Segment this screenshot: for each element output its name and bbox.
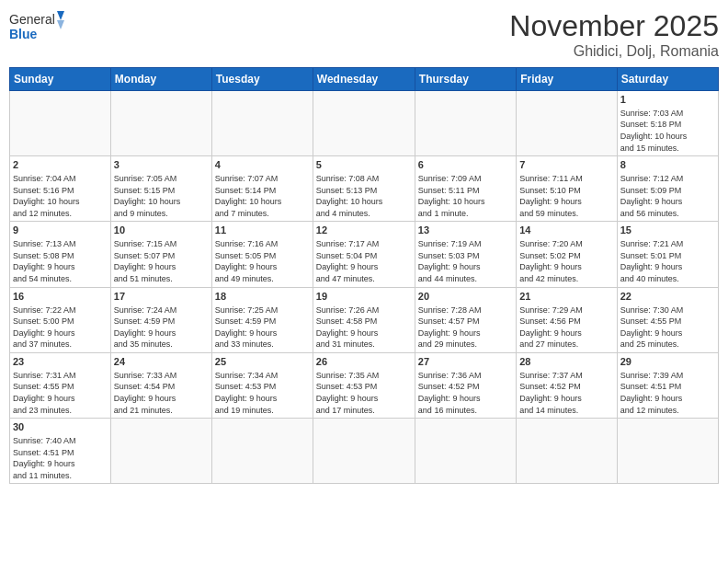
table-row: 24Sunrise: 7:33 AM Sunset: 4:54 PM Dayli… [110,352,211,418]
calendar-week-row: 23Sunrise: 7:31 AM Sunset: 4:55 PM Dayli… [10,352,719,418]
table-row: 13Sunrise: 7:19 AM Sunset: 5:03 PM Dayli… [415,222,516,287]
day-number: 16 [13,290,108,304]
day-info: Sunrise: 7:17 AM Sunset: 5:04 PM Dayligh… [316,238,412,284]
month-title: November 2025 [509,9,719,43]
day-number: 4 [215,158,310,172]
day-info: Sunrise: 7:20 AM Sunset: 5:02 PM Dayligh… [519,238,613,284]
table-row [211,91,313,156]
page-header: General Blue November 2025 Ghidici, Dolj… [9,9,719,60]
day-info: Sunrise: 7:11 AM Sunset: 5:10 PM Dayligh… [519,173,613,219]
day-number: 17 [114,290,209,304]
table-row: 1Sunrise: 7:03 AM Sunset: 5:18 PM Daylig… [617,91,718,156]
day-number: 27 [418,355,513,369]
day-info: Sunrise: 7:22 AM Sunset: 5:00 PM Dayligh… [13,304,108,350]
day-number: 11 [215,224,310,237]
table-row: 4Sunrise: 7:07 AM Sunset: 5:14 PM Daylig… [211,156,313,222]
day-number: 18 [215,290,310,304]
day-number: 12 [316,224,412,237]
title-block: November 2025 Ghidici, Dolj, Romania [509,9,719,60]
day-info: Sunrise: 7:26 AM Sunset: 4:58 PM Dayligh… [316,304,412,350]
svg-text:General: General [9,12,55,27]
day-number: 20 [418,290,513,304]
day-number: 6 [418,158,513,172]
table-row: 19Sunrise: 7:26 AM Sunset: 4:58 PM Dayli… [313,287,415,352]
table-row: 16Sunrise: 7:22 AM Sunset: 5:00 PM Dayli… [10,287,111,352]
day-info: Sunrise: 7:36 AM Sunset: 4:52 PM Dayligh… [418,370,513,416]
table-row: 22Sunrise: 7:30 AM Sunset: 4:55 PM Dayli… [617,287,718,352]
table-row: 26Sunrise: 7:35 AM Sunset: 4:53 PM Dayli… [313,352,415,418]
table-row: 29Sunrise: 7:39 AM Sunset: 4:51 PM Dayli… [617,352,718,418]
header-tuesday: Tuesday [211,68,313,91]
day-number: 14 [519,224,613,237]
header-saturday: Saturday [617,68,718,91]
calendar-week-row: 2Sunrise: 7:04 AM Sunset: 5:16 PM Daylig… [10,156,719,222]
day-info: Sunrise: 7:12 AM Sunset: 5:09 PM Dayligh… [620,173,715,219]
day-info: Sunrise: 7:31 AM Sunset: 4:55 PM Dayligh… [13,370,108,416]
day-number: 1 [620,93,715,107]
table-row: 18Sunrise: 7:25 AM Sunset: 4:59 PM Dayli… [211,287,313,352]
day-info: Sunrise: 7:34 AM Sunset: 4:53 PM Dayligh… [215,370,310,416]
table-row: 6Sunrise: 7:09 AM Sunset: 5:11 PM Daylig… [415,156,516,222]
day-info: Sunrise: 7:15 AM Sunset: 5:07 PM Dayligh… [114,238,209,284]
day-info: Sunrise: 7:07 AM Sunset: 5:14 PM Dayligh… [215,173,310,219]
table-row [10,91,111,156]
day-number: 29 [620,355,715,369]
day-info: Sunrise: 7:39 AM Sunset: 4:51 PM Dayligh… [620,370,715,416]
day-number: 22 [620,290,715,304]
day-info: Sunrise: 7:03 AM Sunset: 5:18 PM Dayligh… [620,108,715,154]
header-sunday: Sunday [10,68,111,91]
day-number: 5 [316,158,412,172]
calendar: Sunday Monday Tuesday Wednesday Thursday… [9,67,719,484]
day-info: Sunrise: 7:09 AM Sunset: 5:11 PM Dayligh… [418,173,513,219]
day-number: 25 [215,355,310,369]
day-number: 10 [114,224,209,237]
table-row: 10Sunrise: 7:15 AM Sunset: 5:07 PM Dayli… [110,222,211,287]
day-info: Sunrise: 7:05 AM Sunset: 5:15 PM Dayligh… [114,173,209,219]
day-number: 2 [13,158,108,172]
table-row [313,91,415,156]
day-info: Sunrise: 7:04 AM Sunset: 5:16 PM Dayligh… [13,173,108,219]
table-row [415,419,516,484]
day-info: Sunrise: 7:08 AM Sunset: 5:13 PM Dayligh… [316,173,412,219]
day-info: Sunrise: 7:24 AM Sunset: 4:59 PM Dayligh… [114,304,209,350]
table-row: 23Sunrise: 7:31 AM Sunset: 4:55 PM Dayli… [10,352,111,418]
table-row: 15Sunrise: 7:21 AM Sunset: 5:01 PM Dayli… [617,222,718,287]
day-number: 13 [418,224,513,237]
logo: General Blue [9,9,64,44]
day-info: Sunrise: 7:30 AM Sunset: 4:55 PM Dayligh… [620,304,715,350]
svg-marker-3 [57,20,64,29]
table-row: 25Sunrise: 7:34 AM Sunset: 4:53 PM Dayli… [211,352,313,418]
table-row [313,419,415,484]
svg-text:Blue: Blue [9,27,38,41]
table-row: 7Sunrise: 7:11 AM Sunset: 5:10 PM Daylig… [517,156,617,222]
table-row: 21Sunrise: 7:29 AM Sunset: 4:56 PM Dayli… [517,287,617,352]
day-number: 24 [114,355,209,369]
day-number: 21 [519,290,613,304]
day-number: 30 [13,420,108,434]
day-info: Sunrise: 7:25 AM Sunset: 4:59 PM Dayligh… [215,304,310,350]
day-number: 15 [620,224,715,237]
table-row: 11Sunrise: 7:16 AM Sunset: 5:05 PM Dayli… [211,222,313,287]
header-wednesday: Wednesday [313,68,415,91]
table-row: 20Sunrise: 7:28 AM Sunset: 4:57 PM Dayli… [415,287,516,352]
calendar-week-row: 30Sunrise: 7:40 AM Sunset: 4:51 PM Dayli… [10,419,719,484]
day-info: Sunrise: 7:21 AM Sunset: 5:01 PM Dayligh… [620,238,715,284]
logo-svg: General Blue [9,9,64,44]
day-info: Sunrise: 7:19 AM Sunset: 5:03 PM Dayligh… [418,238,513,284]
day-number: 28 [519,355,613,369]
day-info: Sunrise: 7:13 AM Sunset: 5:08 PM Dayligh… [13,238,108,284]
day-number: 19 [316,290,412,304]
day-info: Sunrise: 7:29 AM Sunset: 4:56 PM Dayligh… [519,304,613,350]
calendar-week-row: 9Sunrise: 7:13 AM Sunset: 5:08 PM Daylig… [10,222,719,287]
table-row: 28Sunrise: 7:37 AM Sunset: 4:52 PM Dayli… [517,352,617,418]
day-info: Sunrise: 7:16 AM Sunset: 5:05 PM Dayligh… [215,238,310,284]
table-row: 12Sunrise: 7:17 AM Sunset: 5:04 PM Dayli… [313,222,415,287]
day-number: 3 [114,158,209,172]
svg-marker-2 [57,11,64,20]
calendar-week-row: 16Sunrise: 7:22 AM Sunset: 5:00 PM Dayli… [10,287,719,352]
day-info: Sunrise: 7:37 AM Sunset: 4:52 PM Dayligh… [519,370,613,416]
table-row: 9Sunrise: 7:13 AM Sunset: 5:08 PM Daylig… [10,222,111,287]
table-row: 14Sunrise: 7:20 AM Sunset: 5:02 PM Dayli… [517,222,617,287]
header-friday: Friday [517,68,617,91]
day-info: Sunrise: 7:35 AM Sunset: 4:53 PM Dayligh… [316,370,412,416]
